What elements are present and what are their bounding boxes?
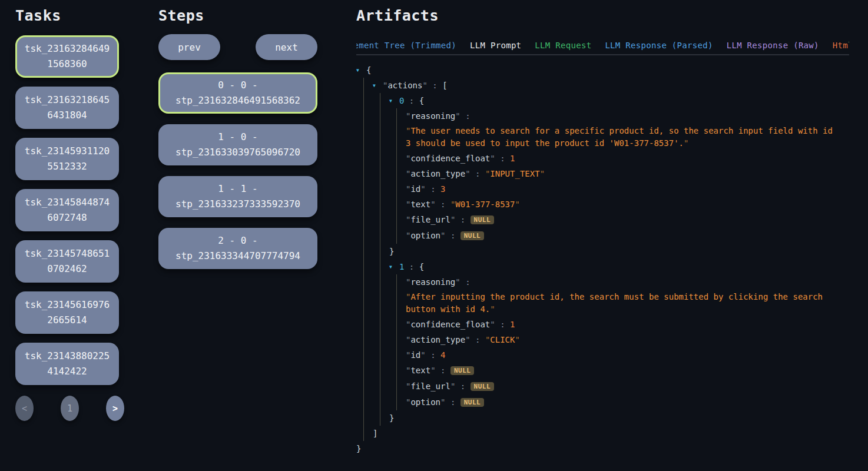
indent-guide xyxy=(356,332,373,347)
json-token-null: NULL xyxy=(471,215,495,224)
tasks-heading: Tasks xyxy=(15,7,119,25)
json-token-key: text xyxy=(406,200,436,209)
indent-guide xyxy=(389,274,406,290)
collapse-arrow-icon[interactable]: ▼ xyxy=(389,93,399,108)
collapse-arrow-icon[interactable]: ▼ xyxy=(373,78,383,93)
pagination-prev-button[interactable]: < xyxy=(15,396,34,421)
task-button-2[interactable]: tsk_231632186456431804 xyxy=(15,87,119,129)
next-step-button[interactable]: next xyxy=(256,34,317,60)
task-button-6[interactable]: tsk_231456169762665614 xyxy=(15,291,119,334)
tab-llm-request[interactable]: LLM Request xyxy=(535,37,591,55)
json-tree-line: actions : [ xyxy=(383,78,448,93)
json-tree-line: } xyxy=(389,410,394,426)
json-token-punc: : xyxy=(436,366,450,375)
json-token-punc: : xyxy=(460,111,471,121)
tab-llm-response-raw[interactable]: LLM Response (Raw) xyxy=(727,37,819,55)
tab-llm-prompt[interactable]: LLM Prompt xyxy=(470,37,521,55)
json-tree-line: text : W01-377-8537 xyxy=(406,197,520,212)
json-tree-line: confidence_float : 1 xyxy=(406,317,515,332)
artifacts-tabbar: Element Tree (Trimmed)LLM PromptLLM Requ… xyxy=(356,37,849,55)
steps-heading: Steps xyxy=(158,7,317,25)
indent-guide xyxy=(356,166,373,181)
json-token-key: file_url xyxy=(406,215,455,224)
json-token-key: option xyxy=(406,397,445,407)
tab-row: Element Tree (Trimmed)LLM PromptLLM Requ… xyxy=(356,37,849,55)
collapse-arrow-icon[interactable]: ▼ xyxy=(389,259,399,274)
json-tree-row: id : 4 xyxy=(356,347,835,363)
indent-guide xyxy=(356,347,373,363)
indent-guide xyxy=(356,426,373,441)
json-token-punc: : xyxy=(445,231,460,240)
tab-llm-response-parsed[interactable]: LLM Response (Parsed) xyxy=(605,37,713,55)
json-token-key: confidence_float xyxy=(406,154,495,163)
json-token-str: INPUT_TEXT xyxy=(485,169,545,178)
task-button-3[interactable]: tsk_231459311205512332 xyxy=(15,138,119,180)
json-tree-line: { xyxy=(366,62,371,78)
task-button-4[interactable]: tsk_231458448746072748 xyxy=(15,189,119,231)
json-token-punc: : xyxy=(471,335,485,344)
indent-guide xyxy=(356,259,373,274)
json-token-brace: { xyxy=(366,65,371,75)
json-token-brace: } xyxy=(389,413,394,423)
indent-guide xyxy=(373,212,389,228)
json-token-punc: : xyxy=(436,200,450,209)
pagination-page-1-button[interactable]: 1 xyxy=(61,396,79,421)
json-token-key: actions xyxy=(383,81,428,90)
json-tree-line: option : NULL xyxy=(406,394,484,410)
json-token-key: reasoning xyxy=(406,277,460,287)
indent-guide xyxy=(373,274,389,290)
json-tree-row: confidence_float : 1 xyxy=(356,151,835,166)
json-token-brace: { xyxy=(419,96,424,105)
step-button-3[interactable]: 1 - 1 - stp_231633237333592370 xyxy=(158,176,317,217)
json-tree-row: option : NULL xyxy=(356,394,835,410)
json-tree-line: reasoning : xyxy=(406,274,471,290)
json-token-key: id xyxy=(406,350,426,360)
json-token-punc: : xyxy=(455,382,470,391)
json-tree-row: file_url : NULL xyxy=(356,379,835,394)
json-token-key: id xyxy=(406,184,426,194)
indent-guide xyxy=(373,379,389,394)
json-tree-line: } xyxy=(389,244,394,259)
json-token-brace: } xyxy=(389,247,394,256)
collapse-arrow-icon[interactable]: ▼ xyxy=(356,62,366,78)
indent-guide xyxy=(389,394,406,410)
json-tree-row: reasoning : xyxy=(356,274,835,290)
indent-guide xyxy=(356,93,373,108)
indent-guide xyxy=(389,228,406,244)
json-token-key: reasoning xyxy=(406,111,460,121)
json-token-brace: { xyxy=(419,262,424,271)
json-token-punc: : xyxy=(495,154,510,163)
json-token-punc: : xyxy=(404,96,419,105)
step-button-2[interactable]: 1 - 0 - stp_231633039765096720 xyxy=(158,124,317,165)
step-button-4[interactable]: 2 - 0 - stp_231633344707774794 xyxy=(158,228,317,269)
indent-guide xyxy=(389,197,406,212)
indent-guide xyxy=(356,290,373,317)
json-token-null: NULL xyxy=(450,366,475,375)
json-token-str: After inputting the product id, the sear… xyxy=(406,292,823,314)
task-button-1[interactable]: tsk_231632846491568360 xyxy=(15,35,119,78)
task-button-5[interactable]: tsk_231457486510702462 xyxy=(15,240,119,283)
json-tree-line: id : 4 xyxy=(406,347,445,363)
json-tree-line: action_type : CLICK xyxy=(406,332,520,347)
indent-guide xyxy=(373,394,389,410)
step-button-1[interactable]: 0 - 0 - stp_231632846491568362 xyxy=(158,72,317,114)
indent-guide xyxy=(356,317,373,332)
task-button-7[interactable]: tsk_231438802254142422 xyxy=(15,343,119,385)
json-token-brace: [ xyxy=(442,81,447,90)
tasks-panel: Tasks tsk_231632846491568360tsk_23163218… xyxy=(15,7,119,421)
pagination-next-button[interactable]: > xyxy=(106,396,124,421)
json-token-key: text xyxy=(406,366,436,375)
json-token-punc: : xyxy=(428,81,442,90)
indent-guide xyxy=(389,347,406,363)
json-token-punc: : xyxy=(404,262,419,271)
prev-step-button[interactable]: prev xyxy=(158,34,220,60)
indent-guide xyxy=(356,78,373,93)
indent-guide xyxy=(373,259,389,274)
tab-html-raw[interactable]: Html (Raw) xyxy=(833,37,849,55)
indent-guide xyxy=(356,274,373,290)
json-token-punc: : xyxy=(426,184,440,194)
json-tree-row: } xyxy=(356,244,835,259)
indent-guide xyxy=(389,332,406,347)
tab-element-tree-trimmed[interactable]: Element Tree (Trimmed) xyxy=(356,37,456,55)
json-token-brace: } xyxy=(356,444,361,453)
